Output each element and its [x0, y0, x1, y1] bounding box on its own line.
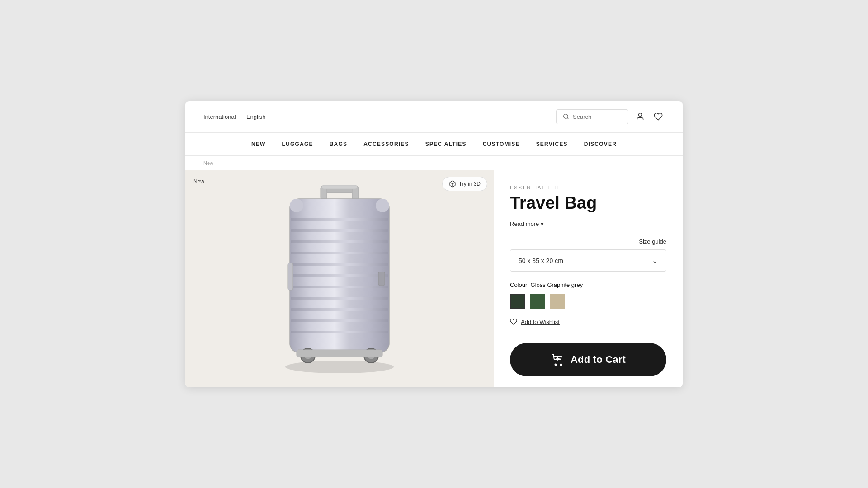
- colour-swatch-green[interactable]: [530, 294, 545, 309]
- nav-accessories[interactable]: ACCESSORIES: [363, 141, 409, 147]
- add-to-cart-button[interactable]: Add to Cart: [510, 343, 666, 376]
- nav-discover[interactable]: DISCOVER: [584, 141, 617, 147]
- svg-rect-28: [290, 199, 303, 212]
- main-nav: NEW LUGGAGE BAGS ACCESSORIES SPECIALTIES…: [185, 133, 683, 156]
- wishlist-header-button[interactable]: [652, 110, 665, 123]
- nav-specialties[interactable]: SPECIALTIES: [425, 141, 467, 147]
- luggage-image: [263, 182, 416, 376]
- nav-customise[interactable]: CUSTOMISE: [483, 141, 520, 147]
- chevron-down-icon: ⌄: [652, 256, 658, 265]
- svg-point-4: [285, 361, 394, 373]
- user-icon: [636, 112, 645, 121]
- svg-rect-29: [376, 199, 389, 212]
- search-box[interactable]: [556, 109, 628, 124]
- cart-icon: [551, 353, 564, 366]
- colour-swatches: [510, 294, 666, 309]
- size-guide-row: Size guide: [510, 238, 666, 245]
- svg-point-30: [555, 363, 557, 366]
- locale-label[interactable]: International: [203, 113, 236, 120]
- add-to-wishlist-button[interactable]: Add to Wishlist: [510, 318, 666, 325]
- svg-rect-10: [291, 218, 388, 221]
- svg-rect-17: [291, 297, 388, 300]
- colour-label: Colour: Gloss Graphite grey: [510, 282, 666, 288]
- svg-rect-13: [291, 252, 388, 254]
- svg-rect-15: [291, 274, 388, 277]
- size-selector[interactable]: 50 x 35 x 20 cm ⌄: [510, 249, 666, 272]
- svg-rect-27: [297, 350, 382, 357]
- search-icon: [563, 113, 569, 120]
- svg-line-1: [567, 118, 569, 119]
- svg-rect-21: [378, 272, 385, 286]
- nav-services[interactable]: SERVICES: [536, 141, 568, 147]
- page-wrapper: International | English: [185, 101, 683, 387]
- header-actions: [556, 109, 665, 124]
- nav-bags[interactable]: BAGS: [330, 141, 347, 147]
- product-brand: ESSENTIAL LITE: [510, 185, 666, 190]
- product-info-panel: ESSENTIAL LITE Travel Bag Read more ▾ Si…: [494, 170, 683, 387]
- svg-point-0: [564, 114, 568, 118]
- heart-icon: [654, 112, 663, 121]
- nav-luggage[interactable]: LUGGAGE: [282, 141, 313, 147]
- locale-divider: |: [241, 113, 242, 120]
- nav-new[interactable]: NEW: [251, 141, 266, 147]
- svg-rect-19: [291, 319, 388, 322]
- svg-rect-16: [291, 286, 388, 288]
- read-more-button[interactable]: Read more ▾: [510, 221, 666, 227]
- svg-rect-12: [291, 240, 388, 243]
- product-image-panel: New Try in 3D: [185, 170, 494, 387]
- svg-point-31: [560, 363, 562, 366]
- colour-swatch-graphite[interactable]: [510, 294, 525, 309]
- selected-size: 50 x 35 x 20 cm: [519, 257, 563, 264]
- product-title: Travel Bag: [510, 194, 666, 213]
- account-button[interactable]: [634, 110, 646, 123]
- svg-rect-18: [291, 308, 388, 311]
- svg-rect-14: [291, 263, 388, 266]
- svg-rect-8: [322, 185, 357, 189]
- cube-icon: [449, 180, 456, 188]
- search-input[interactable]: [573, 113, 618, 120]
- heart-outline-icon: [510, 318, 517, 325]
- svg-rect-11: [291, 229, 388, 232]
- svg-point-2: [639, 113, 642, 117]
- svg-rect-20: [291, 331, 388, 333]
- add-to-cart-label: Add to Cart: [571, 354, 626, 366]
- breadcrumb: New: [185, 156, 683, 170]
- colour-swatch-beige[interactable]: [550, 294, 565, 309]
- language-label[interactable]: English: [246, 113, 266, 120]
- product-area: New Try in 3D: [185, 170, 683, 387]
- header-locale: International | English: [203, 113, 266, 120]
- new-badge: New: [193, 178, 204, 185]
- try-3d-button[interactable]: Try in 3D: [442, 177, 487, 191]
- colour-section: Colour: Gloss Graphite grey: [510, 282, 666, 309]
- header-top: International | English: [185, 101, 683, 133]
- svg-rect-5: [324, 188, 355, 193]
- size-guide-link[interactable]: Size guide: [639, 238, 666, 245]
- svg-rect-22: [288, 263, 293, 290]
- colour-name: Gloss Graphite grey: [531, 282, 583, 288]
